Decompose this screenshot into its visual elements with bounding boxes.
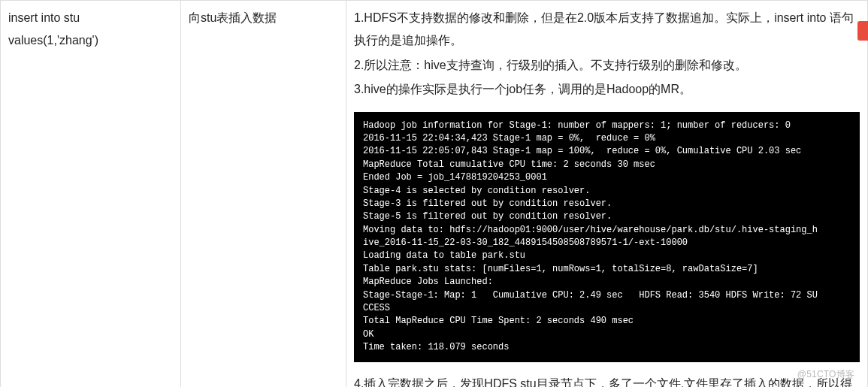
detail-point-1: 1.HDFS不支持数据的修改和删除，但是在2.0版本后支持了数据追加。实际上，i… [354,7,860,53]
table-row: insert into stu values(1,'zhang') 向stu表插… [1,1,868,388]
cell-description: 向stu表插入数据 [181,1,346,388]
cell-detail: 1.HDFS不支持数据的修改和删除，但是在2.0版本后支持了数据追加。实际上，i… [346,1,868,388]
detail-point-4: 4.插入完数据之后，发现HDFS stu目录节点下，多了一个文件,文件里存了插入… [354,373,860,387]
description-text: 向stu表插入数据 [189,7,338,29]
side-tab[interactable] [857,21,868,41]
content-table: insert into stu values(1,'zhang') 向stu表插… [0,0,868,387]
sql-statement: insert into stu values(1,'zhang') [8,7,173,53]
watermark: @51CTO博客 [797,368,854,381]
detail-point-3: 3.hive的操作实际是执行一个job任务，调用的是Hadoop的MR。 [354,78,860,101]
cell-sql: insert into stu values(1,'zhang') [1,1,181,388]
console-output: Hadoop job information for Stage-1: numb… [354,112,860,362]
detail-point-2: 2.所以注意：hive支持查询，行级别的插入。不支持行级别的删除和修改。 [354,54,860,77]
